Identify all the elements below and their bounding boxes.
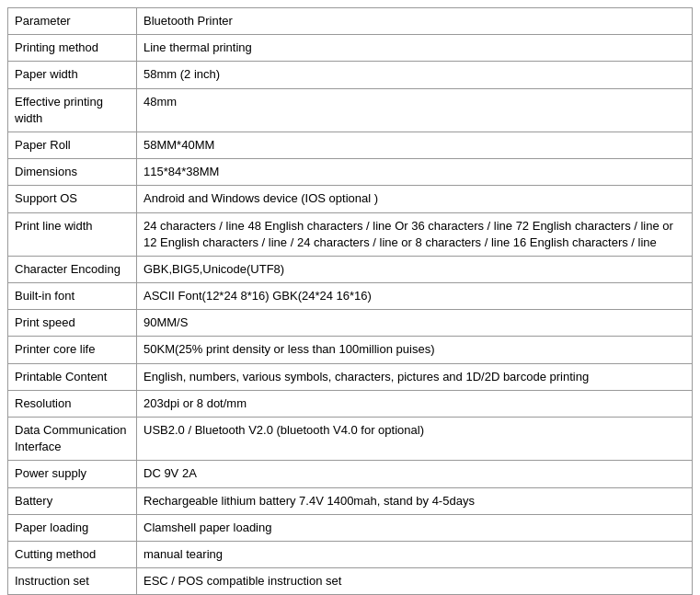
param-value: 50KM(25% print density or less than 100m…: [137, 337, 693, 363]
table-row: Character EncodingGBK,BIG5,Unicode(UTF8): [8, 256, 693, 282]
param-label: Effective printing width: [8, 88, 137, 132]
table-row: BatteryRechargeable lithium battery 7.4V…: [8, 487, 693, 514]
spec-table-container: ParameterBluetooth PrinterPrinting metho…: [0, 0, 700, 595]
param-label: Power supply: [8, 461, 137, 487]
table-row: Effective printing width48mm: [8, 88, 693, 132]
param-label: Support OS: [8, 186, 137, 212]
param-value: Line thermal printing: [137, 35, 693, 62]
param-value: 115*84*38MM: [137, 159, 693, 186]
param-value: ESC / POS compatible instruction set: [137, 568, 693, 595]
table-row: Printing methodLine thermal printing: [8, 35, 693, 62]
param-label: Printer core life: [8, 337, 137, 363]
param-value: 203dpi or 8 dot/mm: [137, 390, 693, 417]
param-value: Clamshell paper loading: [137, 514, 693, 541]
param-label: Cutting method: [8, 541, 137, 567]
param-value: manual tearing: [137, 541, 693, 567]
table-row: Power supplyDC 9V 2A: [8, 461, 693, 487]
param-value: 90MM/S: [137, 310, 693, 337]
param-label: Print speed: [8, 310, 137, 337]
table-row: Print line width24 characters / line 48 …: [8, 212, 693, 256]
table-row: Cutting methodmanual tearing: [8, 541, 693, 567]
table-row: Paper Roll58MM*40MM: [8, 132, 693, 158]
param-label: Dimensions: [8, 159, 137, 186]
param-value: 48mm: [137, 88, 693, 132]
param-value: Android and Windows device (IOS optional…: [137, 186, 693, 212]
param-label: Built-in font: [8, 283, 137, 310]
param-value: Rechargeable lithium battery 7.4V 1400ma…: [137, 487, 693, 514]
param-label: Parameter: [8, 8, 137, 35]
table-row: Data Communication InterfaceUSB2.0 / Blu…: [8, 418, 693, 461]
param-label: Printing method: [8, 35, 137, 62]
table-row: Paper loadingClamshell paper loading: [8, 514, 693, 541]
param-value: Bluetooth Printer: [137, 8, 693, 35]
param-label: Battery: [8, 487, 137, 514]
table-row: Support OSAndroid and Windows device (IO…: [8, 186, 693, 212]
param-label: Resolution: [8, 390, 137, 417]
spec-table: ParameterBluetooth PrinterPrinting metho…: [7, 7, 693, 595]
param-label: Data Communication Interface: [8, 418, 137, 461]
param-label: Paper Roll: [8, 132, 137, 158]
param-value: 58MM*40MM: [137, 132, 693, 158]
table-row: Built-in fontASCII Font(12*24 8*16) GBK(…: [8, 283, 693, 310]
param-value: DC 9V 2A: [137, 461, 693, 487]
param-value: ASCII Font(12*24 8*16) GBK(24*24 16*16): [137, 283, 693, 310]
table-row: Resolution203dpi or 8 dot/mm: [8, 390, 693, 417]
param-label: Printable Content: [8, 363, 137, 390]
table-row: Print speed90MM/S: [8, 310, 693, 337]
table-row: Printer core life50KM(25% print density …: [8, 337, 693, 363]
param-label: Character Encoding: [8, 256, 137, 282]
param-value: GBK,BIG5,Unicode(UTF8): [137, 256, 693, 282]
param-label: Paper width: [8, 62, 137, 88]
table-row: Printable ContentEnglish, numbers, vario…: [8, 363, 693, 390]
table-row: Dimensions115*84*38MM: [8, 159, 693, 186]
param-value: 58mm (2 inch): [137, 62, 693, 88]
param-value: English, numbers, various symbols, chara…: [137, 363, 693, 390]
table-row: Instruction setESC / POS compatible inst…: [8, 568, 693, 595]
param-label: Print line width: [8, 212, 137, 256]
param-label: Paper loading: [8, 514, 137, 541]
table-row: ParameterBluetooth Printer: [8, 8, 693, 35]
table-row: Paper width58mm (2 inch): [8, 62, 693, 88]
param-value: USB2.0 / Bluetooth V2.0 (bluetooth V4.0 …: [137, 418, 693, 461]
param-value: 24 characters / line 48 English characte…: [137, 212, 693, 256]
param-label: Instruction set: [8, 568, 137, 595]
